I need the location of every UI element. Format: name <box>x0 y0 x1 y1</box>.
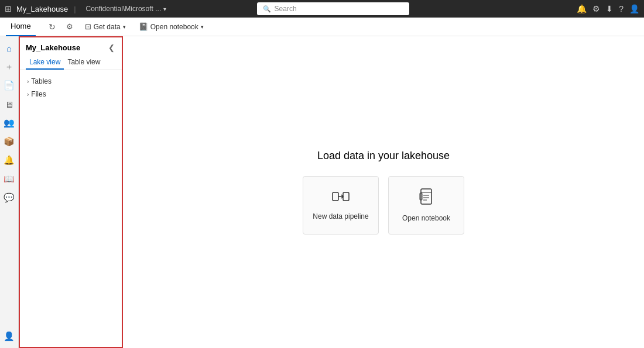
open-notebook-label: Open notebook <box>150 23 198 31</box>
search-placeholder: Search <box>275 5 297 13</box>
notebook-icon: 📓 <box>139 22 148 31</box>
open-notebook-card[interactable]: Open notebook <box>388 176 464 235</box>
svg-rect-0 <box>333 192 338 201</box>
pipeline-card-label: New data pipeline <box>313 212 368 220</box>
notebook-card-label: Open notebook <box>402 214 450 222</box>
nav-home-icon[interactable]: ⌂ <box>1 40 18 56</box>
main-layout: ⌂ ＋ 📄 🖥 👥 📦 🔔 📖 💬 👤 My_Lakehouse ❮ Lake … <box>0 36 644 348</box>
home-tab[interactable]: Home <box>6 18 36 36</box>
sidebar-collapse-button[interactable]: ❮ <box>107 42 116 53</box>
open-notebook-toolbar-button[interactable]: 📓 Open notebook ▾ <box>134 20 208 33</box>
svg-rect-1 <box>343 192 349 201</box>
user-avatar-icon[interactable]: 👤 <box>629 4 639 13</box>
home-tab-label: Home <box>11 22 31 30</box>
search-icon: 🔍 <box>263 5 271 13</box>
breadcrumb-chevron-icon: ▾ <box>163 6 166 12</box>
refresh-button[interactable]: ↻ <box>45 20 59 33</box>
nav-alerts-icon[interactable]: 🔔 <box>1 152 18 168</box>
lakehouse-settings-button[interactable]: ⚙ <box>63 20 77 33</box>
pipeline-icon <box>332 190 350 206</box>
open-notebook-chevron-icon: ▾ <box>201 24 204 30</box>
nav-learn-icon[interactable]: 📖 <box>1 171 18 187</box>
nav-marketplace-icon[interactable]: 📦 <box>1 133 18 150</box>
nav-browse-icon[interactable]: 📄 <box>1 77 18 94</box>
breadcrumb[interactable]: Confidential\Microsoft ... ▾ <box>82 3 171 15</box>
tree-item-files[interactable]: › Files <box>23 88 118 101</box>
tables-chevron-icon: › <box>27 78 29 85</box>
get-data-chevron-icon: ▾ <box>123 24 126 30</box>
sidebar-panel: My_Lakehouse ❮ Lake view Table view › Ta… <box>19 36 123 348</box>
files-chevron-icon: › <box>27 91 29 98</box>
get-data-button[interactable]: ⊡ Get data ▾ <box>80 20 131 33</box>
left-nav: ⌂ ＋ 📄 🖥 👥 📦 🔔 📖 💬 👤 <box>0 36 19 348</box>
help-icon[interactable]: ? <box>619 4 624 13</box>
notification-bell-icon[interactable]: 🔔 <box>577 4 587 13</box>
top-bar: ⊞ My_Lakehouse | Confidential\Microsoft … <box>0 0 644 18</box>
settings-gear-icon[interactable]: ⚙ <box>592 4 600 13</box>
notebook-card-icon <box>419 188 433 208</box>
load-data-title: Load data in your lakehouse <box>317 150 450 162</box>
get-data-label: Get data <box>94 23 121 31</box>
tree-item-tables[interactable]: › Tables <box>23 75 118 88</box>
tab-lake-view[interactable]: Lake view <box>26 56 64 70</box>
table-view-tab-label: Table view <box>67 58 100 66</box>
sidebar-tree: › Tables › Files <box>20 73 122 103</box>
nav-monitor-icon[interactable]: 🖥 <box>1 96 18 112</box>
new-data-pipeline-card[interactable]: New data pipeline <box>303 176 379 235</box>
sidebar-title: My_Lakehouse <box>26 43 80 52</box>
card-row: New data pipeline Open notebook <box>303 176 464 235</box>
download-icon[interactable]: ⬇ <box>606 4 613 13</box>
get-data-icon: ⊡ <box>85 22 91 31</box>
toolbar-actions: ↻ ⚙ ⊡ Get data ▾ 📓 Open notebook ▾ <box>45 20 208 33</box>
nav-people-icon[interactable]: 👥 <box>1 115 18 131</box>
tables-label: Tables <box>31 77 52 85</box>
tab-table-view[interactable]: Table view <box>64 56 104 70</box>
top-bar-actions: 🔔 ⚙ ⬇ ? 👤 <box>577 4 639 13</box>
nav-account-icon[interactable]: 👤 <box>1 328 18 344</box>
second-bar: Home ↻ ⚙ ⊡ Get data ▾ 📓 Open notebook ▾ <box>0 18 644 36</box>
svg-rect-3 <box>421 189 431 204</box>
sidebar-header: My_Lakehouse ❮ <box>20 37 122 56</box>
apps-grid-icon[interactable]: ⊞ <box>5 4 12 13</box>
breadcrumb-text: Confidential\Microsoft ... <box>86 5 162 13</box>
lake-view-tab-label: Lake view <box>29 58 60 66</box>
app-title: My_Lakehouse <box>16 5 68 13</box>
nav-chat-icon[interactable]: 💬 <box>1 189 18 206</box>
nav-create-icon[interactable]: ＋ <box>1 58 18 75</box>
search-box[interactable]: 🔍 Search <box>257 2 409 15</box>
content-area: Load data in your lakehouse New data pip… <box>123 36 644 348</box>
files-label: Files <box>31 90 46 98</box>
sidebar-tabs: Lake view Table view <box>20 56 122 70</box>
